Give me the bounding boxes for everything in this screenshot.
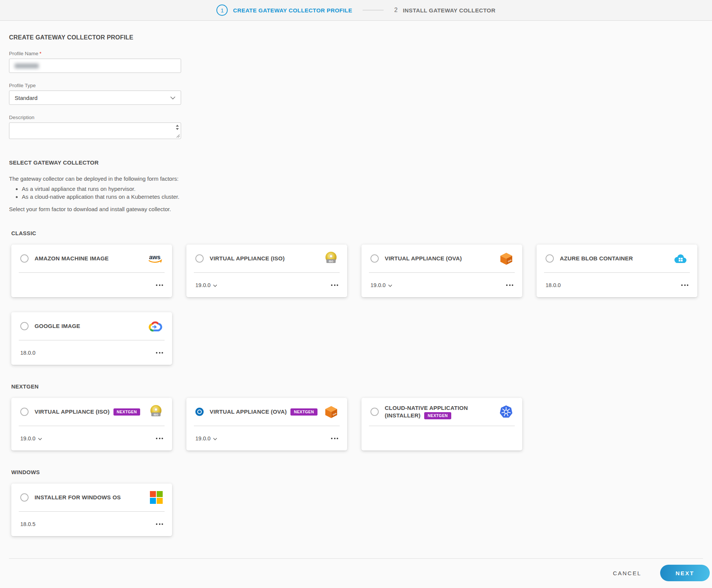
- scroll-down-icon[interactable]: [176, 128, 179, 130]
- radio-button[interactable]: [546, 254, 554, 263]
- radio-button[interactable]: [20, 493, 29, 502]
- radio-button[interactable]: [20, 408, 29, 416]
- section-nextgen: NEXTGENVIRTUAL APPLIANCE (ISO)NEXTGEN IS…: [9, 384, 703, 450]
- collector-card-virtual-appliance-ova[interactable]: VIRTUAL APPLIANCE (OVA)NEXTGEN OVA 19.0.…: [186, 398, 347, 450]
- nextgen-badge: NEXTGEN: [113, 408, 141, 416]
- ellipsis-menu-button[interactable]: [156, 521, 163, 527]
- section-title: WINDOWS: [11, 469, 703, 475]
- card-grid: INSTALLER FOR WINDOWS OS 18.0.5: [11, 484, 703, 536]
- collector-card-title-text: AZURE BLOB CONTAINER: [560, 255, 633, 262]
- version-select[interactable]: 19.0.0: [195, 282, 217, 288]
- ellipsis-menu-button[interactable]: [331, 282, 338, 288]
- radio-button[interactable]: [20, 322, 29, 330]
- collector-card-title: AZURE BLOB CONTAINER: [560, 255, 633, 262]
- profile-name-input[interactable]: [9, 59, 181, 73]
- collector-card-cloud-native-application-installer[interactable]: CLOUD-NATIVE APPLICATION (INSTALLER)NEXT…: [361, 398, 522, 450]
- collector-card-amazon-machine-image[interactable]: AMAZON MACHINE IMAGE aws: [11, 245, 172, 297]
- resize-grip-icon[interactable]: [176, 134, 180, 138]
- radio-button[interactable]: [370, 408, 379, 416]
- ellipsis-menu-button[interactable]: [331, 435, 338, 441]
- version-select[interactable]: 18.0.0: [546, 282, 561, 288]
- collector-card-title: INSTALLER FOR WINDOWS OS: [35, 494, 121, 501]
- collector-card-virtual-appliance-ova[interactable]: VIRTUAL APPLIANCE (OVA) OVA 19.0.0: [361, 245, 522, 297]
- ellipsis-menu-button[interactable]: [506, 282, 513, 288]
- collector-card-title: GOOGLE IMAGE: [35, 322, 80, 330]
- collector-card-title-text: VIRTUAL APPLIANCE (ISO): [35, 408, 110, 415]
- description-textarea[interactable]: [9, 122, 181, 139]
- radio-button[interactable]: [195, 408, 204, 416]
- version-select[interactable]: 19.0.0: [370, 282, 392, 288]
- version-select[interactable]: 19.0.0: [195, 435, 217, 441]
- profile-type-select[interactable]: Standard: [9, 91, 181, 105]
- ellipsis-menu-button[interactable]: [156, 282, 163, 288]
- intro-text: The gateway collector can be deployed in…: [9, 175, 703, 182]
- radio-button[interactable]: [20, 254, 29, 263]
- card-grid: VIRTUAL APPLIANCE (ISO)NEXTGEN ISO 19.0.…: [11, 398, 703, 450]
- collector-card-title-text: INSTALLER FOR WINDOWS OS: [35, 494, 121, 500]
- form-factor-bullet: As a virtual appliance that runs on hype…: [22, 186, 703, 192]
- profile-type-label: Profile Type: [9, 83, 703, 88]
- nextgen-badge: NEXTGEN: [424, 412, 451, 420]
- form-title: CREATE GATEWAY COLLECTOR PROFILE: [9, 34, 703, 41]
- profile-name-label-text: Profile Name: [9, 51, 38, 56]
- section-title: CLASSIC: [11, 230, 703, 236]
- step-1[interactable]: 1 CREATE GATEWAY COLLECTOR PROFILE: [216, 5, 352, 16]
- version-label: 18.0.5: [20, 521, 35, 527]
- wizard-footer: CANCEL NEXT: [0, 558, 712, 588]
- kubernetes-icon: [499, 405, 513, 419]
- scrollbar[interactable]: [175, 124, 180, 130]
- collector-card-virtual-appliance-iso[interactable]: VIRTUAL APPLIANCE (ISO) ISO 19.0.0: [186, 245, 347, 297]
- select-collector-title: SELECT GATEWAY COLLECTOR: [9, 159, 703, 166]
- collector-card-google-image[interactable]: GOOGLE IMAGE 18.0.0: [11, 312, 172, 365]
- profile-name-redacted-value: [15, 63, 39, 68]
- version-label: 19.0.0: [195, 282, 210, 288]
- version-select[interactable]: 18.0.0: [20, 350, 35, 356]
- scroll-up-icon[interactable]: [176, 125, 179, 127]
- card-grid: AMAZON MACHINE IMAGE aws VIRTUAL APPLIAN…: [11, 245, 703, 365]
- form-factor-bullet: As a cloud-native application that runs …: [22, 193, 703, 200]
- ellipsis-menu-button[interactable]: [681, 282, 688, 288]
- aws-icon: aws: [147, 253, 163, 264]
- profile-type-value: Standard: [15, 95, 38, 101]
- version-label: 19.0.0: [370, 282, 385, 288]
- form-factor-bullets: As a virtual appliance that runs on hype…: [9, 186, 703, 200]
- wizard-stepper: 1 CREATE GATEWAY COLLECTOR PROFILE 2 INS…: [0, 0, 712, 21]
- version-label: 19.0.0: [20, 435, 35, 441]
- chevron-down-icon: [38, 435, 42, 441]
- collector-card-title: AMAZON MACHINE IMAGE: [35, 255, 109, 262]
- collector-card-title: VIRTUAL APPLIANCE (ISO)NEXTGEN: [35, 408, 140, 416]
- collector-card-title: VIRTUAL APPLIANCE (ISO): [210, 255, 285, 262]
- cancel-button[interactable]: CANCEL: [611, 567, 643, 579]
- collector-card-azure-blob-container[interactable]: AZURE BLOB CONTAINER 18.0.0: [537, 245, 697, 297]
- section-classic: CLASSICAMAZON MACHINE IMAGE aws VIRTUAL …: [9, 230, 703, 365]
- description-label: Description: [9, 115, 703, 120]
- step-connector: [363, 10, 384, 11]
- version-label: 18.0.0: [20, 350, 35, 356]
- ellipsis-menu-button[interactable]: [156, 350, 163, 356]
- google-cloud-icon: [147, 320, 163, 333]
- azure-cloud-icon: [673, 253, 688, 264]
- collector-card-title-text: VIRTUAL APPLIANCE (ISO): [210, 255, 285, 262]
- instruction-text: Select your form factor to download and …: [9, 206, 703, 212]
- create-profile-form: CREATE GATEWAY COLLECTOR PROFILE Profile…: [0, 21, 712, 536]
- ova-box-icon: OVA: [324, 405, 338, 419]
- next-button[interactable]: NEXT: [660, 565, 710, 581]
- collector-card-installer-for-windows-os[interactable]: INSTALLER FOR WINDOWS OS 18.0.5: [11, 484, 172, 536]
- nextgen-badge: NEXTGEN: [290, 408, 317, 416]
- svg-text:ISO: ISO: [154, 413, 159, 416]
- version-select[interactable]: 19.0.0: [20, 435, 42, 441]
- section-title: NEXTGEN: [11, 384, 703, 390]
- chevron-down-icon: [388, 282, 392, 288]
- collector-card-title: VIRTUAL APPLIANCE (OVA)NEXTGEN: [210, 408, 317, 416]
- collector-card-virtual-appliance-iso[interactable]: VIRTUAL APPLIANCE (ISO)NEXTGEN ISO 19.0.…: [11, 398, 172, 450]
- radio-button[interactable]: [195, 254, 204, 263]
- ellipsis-menu-button[interactable]: [156, 435, 163, 441]
- radio-button[interactable]: [370, 254, 379, 263]
- collector-sections: CLASSICAMAZON MACHINE IMAGE aws VIRTUAL …: [9, 230, 703, 536]
- required-marker: *: [39, 51, 41, 56]
- step-1-label: CREATE GATEWAY COLLECTOR PROFILE: [233, 7, 352, 14]
- profile-name-label: Profile Name*: [9, 51, 703, 56]
- svg-text:aws: aws: [149, 254, 161, 260]
- section-windows: WINDOWSINSTALLER FOR WINDOWS OS 18.0.5: [9, 469, 703, 536]
- version-select[interactable]: 18.0.5: [20, 521, 35, 527]
